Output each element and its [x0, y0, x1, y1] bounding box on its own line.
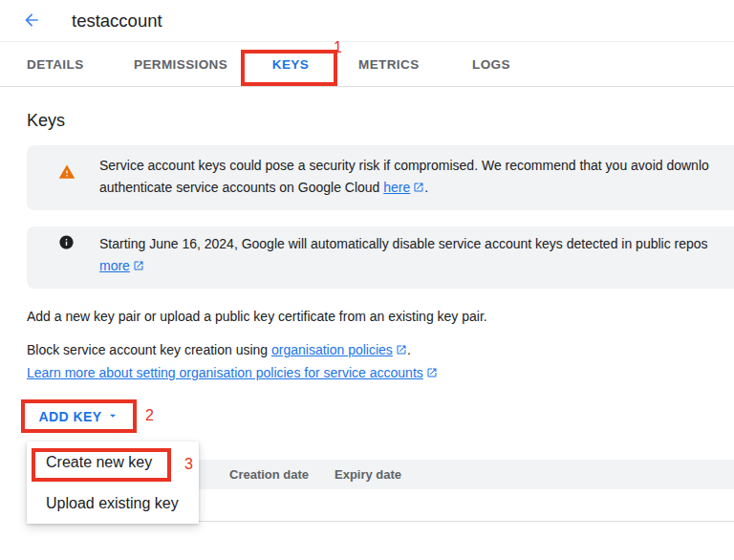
- external-link-icon: [396, 343, 407, 358]
- more-link[interactable]: more: [99, 258, 130, 273]
- menu-item-create-new-key[interactable]: Create new key: [27, 442, 199, 483]
- tab-keys[interactable]: KEYS: [250, 42, 331, 86]
- organisation-policies-link[interactable]: organisation policies: [271, 342, 393, 357]
- caret-down-icon: [106, 409, 119, 425]
- external-link-icon: [426, 366, 438, 381]
- tab-logs[interactable]: LOGS: [472, 42, 510, 86]
- intro-text: Add a new key pair or upload a public ke…: [27, 308, 487, 326]
- page-title: testaccount: [72, 0, 162, 41]
- learn-more-link[interactable]: Learn more about setting organisation po…: [27, 365, 423, 380]
- column-header-creation-date: Creation date: [229, 460, 309, 489]
- info-banner: Starting June 16, 2024, Google will auto…: [27, 226, 734, 289]
- tab-details[interactable]: DETAILS: [27, 42, 84, 86]
- active-tab-indicator: [250, 82, 331, 85]
- add-key-button[interactable]: ADD KEY: [22, 400, 137, 433]
- info-line-1: Starting June 16, 2024, Google will auto…: [99, 236, 708, 251]
- tab-bar: DETAILS PERMISSIONS KEYS METRICS LOGS: [0, 41, 734, 87]
- here-link[interactable]: here: [383, 180, 410, 195]
- add-key-dropdown-menu: Create new key Upload existing key: [27, 442, 199, 524]
- back-button[interactable]: [21, 11, 42, 32]
- block-key-text: Block service account key creation using…: [27, 341, 411, 360]
- app-header: testaccount: [0, 0, 734, 41]
- keys-heading: Keys: [27, 111, 65, 131]
- annotation-number-step2: 2: [145, 407, 154, 424]
- arrow-back-icon: [22, 18, 41, 32]
- info-icon: [58, 234, 75, 254]
- info-banner-text: Starting June 16, 2024, Google will auto…: [99, 233, 708, 278]
- add-key-label: ADD KEY: [39, 409, 102, 424]
- tab-metrics[interactable]: METRICS: [358, 42, 420, 86]
- menu-item-upload-existing-key[interactable]: Upload existing key: [27, 483, 199, 524]
- tab-permissions[interactable]: PERMISSIONS: [134, 42, 227, 86]
- warning-line-1: Service account keys could pose a securi…: [99, 158, 709, 173]
- service-account-keys-page: testaccount DETAILS PERMISSIONS KEYS MET…: [0, 0, 734, 560]
- warning-banner: Service account keys could pose a securi…: [27, 145, 734, 210]
- warning-icon: [58, 163, 76, 184]
- block-key-period: .: [407, 342, 411, 357]
- warning-banner-text: Service account keys could pose a securi…: [99, 155, 709, 200]
- external-link-icon: [133, 259, 144, 274]
- block-key-prefix: Block service account key creation using: [27, 342, 271, 357]
- warning-line-2-period: .: [424, 180, 428, 195]
- external-link-icon: [413, 181, 424, 196]
- column-header-expiry-date: Expiry date: [335, 460, 401, 489]
- learn-more-text: Learn more about setting organisation po…: [27, 364, 438, 383]
- warning-line-2: authenticate service accounts on Google …: [99, 180, 383, 195]
